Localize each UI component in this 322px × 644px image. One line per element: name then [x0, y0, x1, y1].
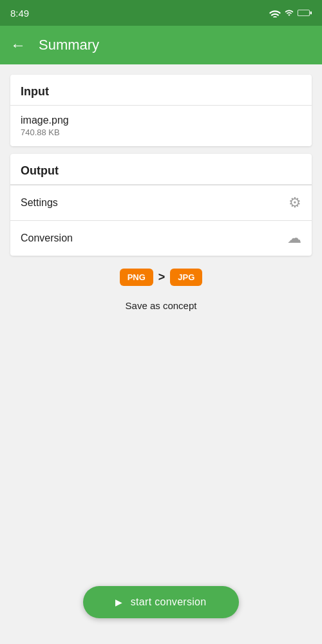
- start-conversion-button[interactable]: ▶ start conversion: [83, 586, 238, 618]
- file-name: image.png: [21, 115, 301, 126]
- back-button[interactable]: ←: [10, 36, 26, 54]
- status-icons: [269, 8, 312, 17]
- wifi-icon: [269, 8, 281, 17]
- app-bar: ← Summary: [0, 26, 322, 64]
- output-card-header: Output: [10, 154, 312, 185]
- from-format-badge: PNG: [120, 269, 153, 286]
- conversion-row[interactable]: Conversion ☁: [10, 220, 312, 256]
- settings-row[interactable]: Settings ⚙: [10, 185, 312, 220]
- input-heading: Input: [21, 85, 49, 98]
- bottom-button-area: ▶ start conversion: [0, 586, 322, 618]
- play-icon: ▶: [115, 597, 122, 607]
- input-file-row: image.png 740.88 KB: [10, 106, 312, 146]
- conversion-label: Conversion: [21, 232, 73, 244]
- arrow-icon: >: [158, 270, 166, 284]
- app-bar-title: Summary: [39, 37, 99, 53]
- status-bar: 8:49: [0, 0, 322, 26]
- output-card: Output Settings ⚙ Conversion ☁: [10, 154, 312, 256]
- start-button-label: start conversion: [131, 596, 207, 608]
- svg-rect-2: [298, 10, 309, 15]
- save-concept-button[interactable]: Save as concept: [10, 300, 312, 311]
- to-format-badge: JPG: [170, 269, 202, 286]
- signal-icon: [285, 8, 294, 17]
- input-card-header: Input: [10, 75, 312, 106]
- file-size: 740.88 KB: [21, 128, 301, 137]
- conversion-badges: PNG > JPG: [10, 269, 312, 286]
- svg-rect-3: [310, 12, 312, 15]
- cloud-icon: ☁: [287, 230, 301, 247]
- settings-label: Settings: [21, 197, 58, 209]
- input-card: Input image.png 740.88 KB: [10, 75, 312, 146]
- output-heading: Output: [21, 164, 59, 177]
- content-area: Input image.png 740.88 KB Output Setting…: [0, 64, 322, 321]
- gear-icon: ⚙: [289, 194, 301, 211]
- status-time: 8:49: [10, 8, 29, 19]
- battery-icon: [298, 9, 312, 17]
